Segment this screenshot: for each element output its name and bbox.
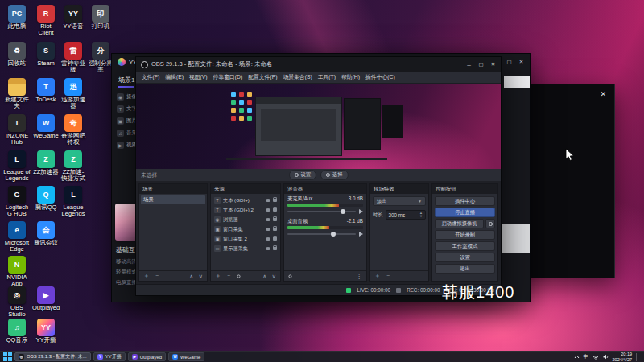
lock-icon[interactable] [273,218,277,221]
desktop-icon-obs-studio[interactable]: ◎OBS Studio [3,286,31,319]
volume-icon[interactable] [603,354,609,360]
obs-preview-canvas[interactable] [136,84,501,169]
close-icon[interactable]: ✕ [600,90,606,98]
stop-streaming-button[interactable]: 停止直播 [435,208,495,217]
speaker-icon[interactable] [359,232,363,237]
desktop-icon-new-folder[interactable]: 新建文件夹 [3,78,31,110]
desktop-icon-tencent-qq[interactable]: Q腾讯QQ [32,186,60,211]
desktop-icon-nvidia-app[interactable]: NNVIDIA App [3,256,31,288]
desktop-icon-leishen[interactable]: 雷雷神专业版 [60,42,87,74]
desktop-icon-todesk[interactable]: TToDesk [32,78,60,103]
desktop-icon-ghub[interactable]: GLogitech G HUB [3,186,31,218]
menu-profile[interactable]: 配置文件(P) [246,72,279,83]
desktop-icon-zz-accelerator[interactable]: ZZZ加速器 [32,150,60,175]
remove-source-button[interactable]: － [226,272,233,280]
select-button[interactable]: 选择 [320,170,349,180]
minimize-icon[interactable]: ─ [463,60,475,70]
taskbar-item-wegame[interactable]: WWeGame [168,352,204,361]
visibility-icon[interactable] [266,237,270,241]
source-item[interactable]: T文本 (GDI+) 2 [213,205,279,215]
tray-chevron-up-icon[interactable] [574,355,580,359]
lock-icon[interactable] [273,199,277,202]
move-scene-down-button[interactable]: ∨ [199,273,204,280]
desktop-icon-inzone-hub[interactable]: IINZONE Hub [3,114,31,146]
desktop-icon-riot-client[interactable]: RRiot Client [32,5,60,37]
desktop-icon-xunyou[interactable]: 迅迅游加速器 [60,78,87,110]
desktop-icon-resolution-tool[interactable]: 分强制分辨率 [87,42,114,74]
desktop-icon-yy-kaibo[interactable]: YYYY开播 [32,319,60,343]
yy-scene-tab[interactable]: 场景1 [118,76,134,88]
close-icon[interactable]: ✕ [487,60,499,70]
start-recording-button[interactable]: 开始录制 [435,230,495,240]
start-button[interactable] [3,352,12,361]
desktop-icon-steam[interactable]: SSteam [32,42,60,67]
maximize-icon[interactable]: ▢ [503,57,515,68]
desktop-icon-league-of-legends[interactable]: LLeague of Legends [3,150,31,183]
speaker-icon[interactable] [359,209,363,214]
visibility-icon[interactable] [266,208,270,212]
scene-item[interactable]: 场景 [141,195,205,204]
taskbar-item-yy[interactable]: YYY开播 [93,352,126,361]
exit-button[interactable]: 退出 [435,264,495,274]
visibility-icon[interactable] [266,218,270,221]
desktop-icon-printer[interactable]: 印打印机 [87,5,114,30]
desktop-icon-qiyou[interactable]: 奇奇游网吧特权 [60,114,87,146]
wifi-icon[interactable] [592,355,599,360]
remove-transition-button[interactable]: － [386,272,392,280]
start-virtual-camera-button[interactable]: 启动虚拟摄像机 [435,219,484,228]
obs-titlebar[interactable]: OBS 29.1.3 - 配置文件: 未命名 - 场景: 未命名 ─ ▢ ✕ [136,57,501,72]
ime-indicator[interactable]: 中 [584,353,588,360]
lock-icon[interactable] [273,247,277,250]
desktop-icon-yy-voice[interactable]: YYYY语音 [60,5,87,30]
menu-edit[interactable]: 编辑(E) [163,72,186,83]
mixer-settings-icon[interactable] [289,274,292,278]
visibility-icon[interactable] [266,199,270,202]
close-icon[interactable]: ✕ [515,57,527,68]
transition-select[interactable]: 淡出 ▼ [373,196,426,206]
spin-down-icon[interactable]: ▼ [419,215,423,218]
move-scene-up-button[interactable]: ∧ [189,273,194,280]
studio-mode-button[interactable]: 工作室模式 [435,241,495,251]
menu-view[interactable]: 视图(V) [187,72,210,83]
menu-docks[interactable]: 停靠窗口(D) [211,72,246,83]
move-source-up-button[interactable]: ∧ [262,273,267,280]
source-item[interactable]: ▣窗口采集 [213,224,279,234]
add-source-button[interactable]: ＋ [215,272,221,280]
move-source-down-button[interactable]: ∨ [272,273,277,280]
volume-slider[interactable] [287,233,356,235]
desktop-icon-league-2[interactable]: LLeague Legends 2.. [60,186,87,218]
desktop-icon-edge[interactable]: eMicrosoft Edge [3,221,31,253]
slider-thumb[interactable] [341,209,345,214]
maximize-icon[interactable]: ▢ [475,60,487,70]
menu-help[interactable]: 帮助(H) [339,72,362,83]
menu-scene-collection[interactable]: 场景集合(S) [280,72,314,83]
menu-tools[interactable]: 工具(T) [316,72,338,83]
lock-icon[interactable] [273,237,277,241]
add-scene-button[interactable]: ＋ [143,272,150,280]
desktop-icon-recycle-bin[interactable]: ♻回收站 [3,42,31,67]
show-desktop-button[interactable] [636,353,638,361]
source-properties-icon[interactable] [237,274,241,278]
add-transition-button[interactable]: ＋ [374,272,381,280]
transition-duration-input[interactable]: 300 ms ▲▼ [386,210,426,220]
menu-plugin-center[interactable]: 插件中心(C) [363,72,398,83]
settings-button[interactable]: 设置 [435,253,495,262]
taskbar-item-obs[interactable]: ◎OBS 29.1.3 - 配置文件: 未... [14,352,91,361]
volume-slider[interactable] [287,211,356,212]
menu-file[interactable]: 文件(F) [139,72,162,83]
desktop-icon-wegame[interactable]: WWeGame [32,114,60,139]
desktop-icon-qq-music[interactable]: ♫QQ音乐 [3,319,31,343]
desktop-icon-this-pc[interactable]: PC此电脑 [3,5,31,30]
visibility-icon[interactable] [266,247,270,250]
settings-button[interactable]: 设置 [288,170,316,180]
visibility-icon[interactable] [266,228,270,231]
remove-scene-button[interactable]: － [155,272,161,280]
virtual-camera-settings-button[interactable] [485,219,495,228]
desktop-icon-outplayed[interactable]: ▶Outplayed [32,286,60,311]
source-item[interactable]: ▭显示器采集 [213,244,279,253]
mixer-more-icon[interactable]: ⋮ [357,273,363,280]
source-item[interactable]: ◉浏览器 [213,215,279,224]
source-item[interactable]: T文本 (GDI+) [213,195,279,205]
slider-thumb[interactable] [331,232,336,237]
desktop-icon-tencent-meeting[interactable]: 会腾讯会议 [32,221,60,246]
